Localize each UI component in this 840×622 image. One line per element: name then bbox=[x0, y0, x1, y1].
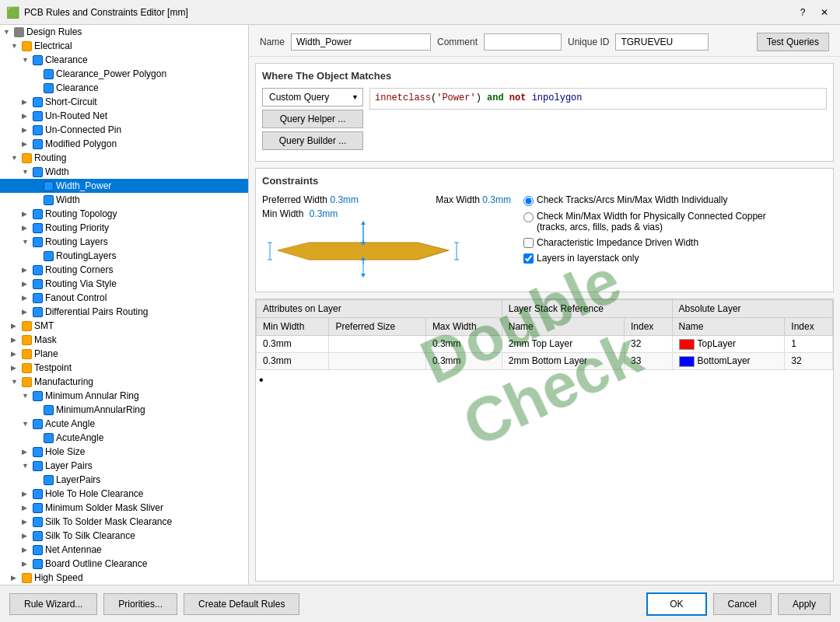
test-queries-button[interactable]: Test Queries bbox=[757, 33, 829, 51]
tree-expand-icon[interactable]: ▶ bbox=[22, 266, 31, 274]
ok-button[interactable]: OK bbox=[646, 592, 706, 616]
tree-expand-icon[interactable]: ▶ bbox=[22, 140, 31, 148]
tree-item[interactable]: ▶Silk To Silk Clearance bbox=[0, 529, 248, 543]
tree-item[interactable]: ▶Plane bbox=[0, 347, 248, 361]
tree-item-label: Width bbox=[56, 194, 80, 205]
tree-item[interactable]: ▼Clearance bbox=[0, 53, 248, 67]
layers-only-checkbox[interactable] bbox=[523, 253, 534, 264]
tree-expand-icon[interactable]: ▶ bbox=[22, 308, 31, 316]
tree-item[interactable]: ▶Hole Size bbox=[0, 445, 248, 459]
tree-expand-icon[interactable]: ▼ bbox=[22, 462, 31, 470]
tree-item[interactable]: ▶Routing Via Style bbox=[0, 277, 248, 291]
tree-item[interactable]: ▼Design Rules bbox=[0, 25, 248, 39]
tree-item[interactable]: ▼Routing bbox=[0, 151, 248, 165]
help-button[interactable]: ? bbox=[793, 3, 812, 22]
tree-item[interactable]: ▶Board Outline Clearance bbox=[0, 557, 248, 571]
tree-expand-icon[interactable]: ▼ bbox=[22, 420, 31, 428]
tree-item[interactable]: ▶Un-Routed Net bbox=[0, 109, 248, 123]
tree-item[interactable]: ▶Silk To Solder Mask Clearance bbox=[0, 515, 248, 529]
tree-expand-icon[interactable]: ▶ bbox=[11, 574, 20, 582]
tree-expand-icon[interactable]: ▼ bbox=[22, 168, 31, 176]
tree-item[interactable]: RoutingLayers bbox=[0, 249, 248, 263]
tree-item[interactable]: ▶Routing Corners bbox=[0, 263, 248, 277]
tree-item[interactable]: ▶SMT bbox=[0, 319, 248, 333]
tree-expand-icon[interactable]: ▶ bbox=[11, 322, 20, 330]
comment-input[interactable] bbox=[484, 33, 562, 51]
tree-item[interactable]: ▶Modified Polygon bbox=[0, 137, 248, 151]
tree-expand-icon[interactable]: ▶ bbox=[22, 280, 31, 288]
apply-button[interactable]: Apply bbox=[778, 593, 831, 615]
close-button[interactable]: ✕ bbox=[815, 3, 834, 22]
tree-expand-icon[interactable]: ▶ bbox=[22, 504, 31, 512]
tree-expand-icon[interactable]: ▶ bbox=[22, 210, 31, 218]
tree-item[interactable]: ▶Net Antennae bbox=[0, 543, 248, 557]
cancel-button[interactable]: Cancel bbox=[713, 593, 772, 615]
query-code[interactable]: innetclass('Power') and not inpolygon bbox=[369, 88, 827, 110]
tree-item[interactable]: ▶Testpoint bbox=[0, 361, 248, 375]
tree-expand-icon[interactable]: ▶ bbox=[22, 112, 31, 120]
tree-expand-icon[interactable]: ▶ bbox=[22, 532, 31, 540]
tree-expand-icon[interactable]: ▶ bbox=[11, 350, 20, 358]
priorities-button[interactable]: Priorities... bbox=[103, 593, 177, 615]
tree-expand-icon[interactable]: ▶ bbox=[22, 224, 31, 232]
tree-expand-icon[interactable]: ▼ bbox=[3, 28, 12, 36]
tree-item[interactable]: ▶High Speed bbox=[0, 571, 248, 585]
tree-expand-icon[interactable]: ▼ bbox=[22, 56, 31, 64]
tree-item[interactable]: Width_Power bbox=[0, 179, 248, 193]
tree-item[interactable]: ▼Electrical bbox=[0, 39, 248, 53]
tree-item[interactable]: ▶Differential Pairs Routing bbox=[0, 305, 248, 319]
tree-item[interactable]: ▶Fanout Control bbox=[0, 291, 248, 305]
min-width-value: 0.3mm bbox=[310, 208, 338, 219]
tree-node-icon bbox=[33, 111, 43, 121]
tree-expand-icon[interactable]: ▼ bbox=[11, 154, 20, 162]
tree-expand-icon[interactable]: ▶ bbox=[11, 364, 20, 372]
tree-expand-icon[interactable]: ▶ bbox=[22, 490, 31, 498]
tree-item[interactable]: ▶Short-Circuit bbox=[0, 95, 248, 109]
query-type-dropdown[interactable]: Custom Query Query Helper Query Builder bbox=[262, 88, 363, 107]
tree-item[interactable]: ▼Acute Angle bbox=[0, 417, 248, 431]
tree-item[interactable]: ▼Layer Pairs bbox=[0, 459, 248, 473]
tree-expand-icon[interactable]: ▶ bbox=[22, 448, 31, 456]
tree-expand-icon[interactable]: ▶ bbox=[22, 546, 31, 554]
tree-item[interactable]: Clearance bbox=[0, 81, 248, 95]
tree-item[interactable]: LayerPairs bbox=[0, 473, 248, 487]
query-helper-button[interactable]: Query Helper ... bbox=[262, 110, 363, 128]
tree-expand-icon[interactable]: ▶ bbox=[22, 518, 31, 526]
tree-expand-icon[interactable]: ▶ bbox=[22, 126, 31, 134]
tree-item[interactable]: ▶Routing Priority bbox=[0, 221, 248, 235]
tree-expand-icon[interactable]: ▼ bbox=[22, 392, 31, 400]
tree-expand-icon[interactable]: ▶ bbox=[11, 336, 20, 344]
tree-item-label: High Speed bbox=[34, 572, 83, 583]
tree-expand-icon[interactable]: ▼ bbox=[22, 238, 31, 246]
query-type-select[interactable]: Custom Query Query Helper Query Builder bbox=[262, 88, 363, 107]
tree-item[interactable]: ▶Un-Connected Pin bbox=[0, 123, 248, 137]
tree-item[interactable]: ▶Hole To Hole Clearance bbox=[0, 487, 248, 501]
tree-item[interactable]: ▼Minimum Annular Ring bbox=[0, 389, 248, 403]
preferred-width-label: Preferred Width 0.3mm bbox=[262, 194, 359, 205]
create-default-rules-button[interactable]: Create Default Rules bbox=[184, 593, 299, 615]
radio-option2[interactable] bbox=[523, 212, 534, 222]
tree-item[interactable]: ▼Width bbox=[0, 165, 248, 179]
tree-node-icon bbox=[22, 335, 32, 345]
rule-wizard-button[interactable]: Rule Wizard... bbox=[9, 593, 97, 615]
uid-input[interactable] bbox=[615, 33, 709, 51]
tree-item[interactable]: MinimumAnnularRing bbox=[0, 403, 248, 417]
tree-item[interactable]: ▶Mask bbox=[0, 333, 248, 347]
tree-expand-icon[interactable]: ▼ bbox=[11, 42, 20, 50]
tree-item[interactable]: Clearance_Power Polygon bbox=[0, 67, 248, 81]
tree-item[interactable]: ▼Manufacturing bbox=[0, 375, 248, 389]
tree-item[interactable]: AcuteAngle bbox=[0, 431, 248, 445]
tree-expand-icon[interactable]: ▶ bbox=[22, 294, 31, 302]
tree-expand-icon[interactable]: ▼ bbox=[11, 378, 20, 386]
radio-option1[interactable] bbox=[523, 196, 534, 206]
tree-item[interactable]: Width bbox=[0, 193, 248, 207]
table-row: 0.3mm0.3mm2mm Bottom Layer33BottomLayer3… bbox=[257, 352, 833, 369]
tree-item[interactable]: ▶Routing Topology bbox=[0, 207, 248, 221]
char-impedance-checkbox[interactable] bbox=[523, 238, 534, 248]
tree-item[interactable]: ▼Routing Layers bbox=[0, 235, 248, 249]
name-input[interactable] bbox=[291, 33, 431, 51]
tree-expand-icon[interactable]: ▶ bbox=[22, 560, 31, 568]
tree-expand-icon[interactable]: ▶ bbox=[22, 98, 31, 106]
query-builder-button[interactable]: Query Builder ... bbox=[262, 131, 363, 150]
tree-item[interactable]: ▶Minimum Solder Mask Sliver bbox=[0, 501, 248, 515]
